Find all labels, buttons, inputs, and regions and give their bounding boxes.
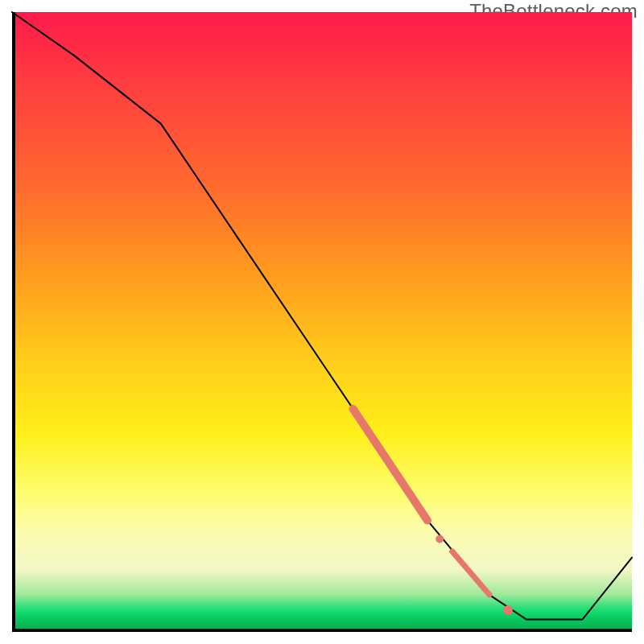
highlight-dot-lower bbox=[503, 605, 513, 615]
highlight-dot-upper bbox=[436, 535, 444, 543]
highlight-thick-segment bbox=[353, 409, 427, 521]
chart-container: TheBottleneck.com bbox=[0, 0, 644, 644]
bottleneck-curve bbox=[12, 12, 632, 620]
plot-area bbox=[12, 12, 632, 632]
curve-group bbox=[12, 12, 632, 620]
highlight-dash-segment bbox=[452, 551, 489, 595]
chart-svg bbox=[12, 12, 632, 632]
